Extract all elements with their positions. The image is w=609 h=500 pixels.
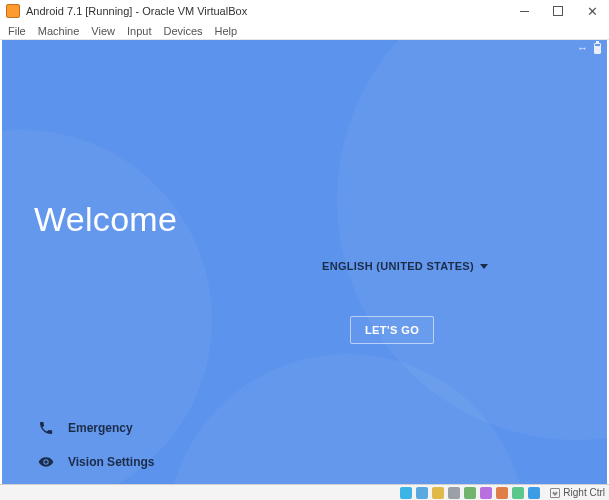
cpu-indicator-icon[interactable] <box>528 487 540 499</box>
battery-icon <box>594 43 601 54</box>
setup-footer-links: Emergency Vision Settings <box>38 420 154 470</box>
emergency-call-button[interactable]: Emergency <box>38 420 154 436</box>
chevron-down-icon <box>480 264 488 269</box>
menu-file[interactable]: File <box>8 25 26 37</box>
window-controls: ✕ <box>507 0 609 22</box>
menu-view[interactable]: View <box>91 25 115 37</box>
host-key-indicator: Right Ctrl <box>550 487 605 498</box>
vm-status-bar: Right Ctrl <box>0 484 609 500</box>
menu-help[interactable]: Help <box>215 25 238 37</box>
language-selected-label: ENGLISH (UNITED STATES) <box>322 260 474 272</box>
audio-indicator-icon[interactable] <box>432 487 444 499</box>
host-key-label: Right Ctrl <box>563 487 605 498</box>
eye-icon <box>38 454 54 470</box>
ethernet-icon: ↔ <box>577 42 588 54</box>
hdd-indicator-icon[interactable] <box>400 487 412 499</box>
network-indicator-icon[interactable] <box>448 487 460 499</box>
android-setup-screen: ↔ Welcome ENGLISH (UNITED STATES) LET'S … <box>2 40 607 484</box>
host-key-icon <box>550 488 560 498</box>
vision-settings-button[interactable]: Vision Settings <box>38 454 154 470</box>
close-button[interactable]: ✕ <box>575 0 609 22</box>
menu-input[interactable]: Input <box>127 25 151 37</box>
minimize-button[interactable] <box>507 0 541 22</box>
vision-settings-label: Vision Settings <box>68 455 154 469</box>
vm-window-titlebar: Android 7.1 [Running] - Oracle VM Virtua… <box>0 0 609 22</box>
android-status-bar: ↔ <box>577 42 601 54</box>
emergency-label: Emergency <box>68 421 133 435</box>
shared-folders-indicator-icon[interactable] <box>480 487 492 499</box>
welcome-heading: Welcome <box>34 200 177 239</box>
phone-icon <box>38 420 54 436</box>
usb-indicator-icon[interactable] <box>464 487 476 499</box>
window-title: Android 7.1 [Running] - Oracle VM Virtua… <box>26 5 247 17</box>
lets-go-button[interactable]: LET'S GO <box>350 316 434 344</box>
virtualbox-icon <box>6 4 20 18</box>
menu-machine[interactable]: Machine <box>38 25 80 37</box>
menu-devices[interactable]: Devices <box>163 25 202 37</box>
language-selector[interactable]: ENGLISH (UNITED STATES) <box>322 260 488 272</box>
display-indicator-icon[interactable] <box>496 487 508 499</box>
optical-indicator-icon[interactable] <box>416 487 428 499</box>
maximize-button[interactable] <box>541 0 575 22</box>
recording-indicator-icon[interactable] <box>512 487 524 499</box>
vm-menubar: File Machine View Input Devices Help <box>0 22 609 40</box>
